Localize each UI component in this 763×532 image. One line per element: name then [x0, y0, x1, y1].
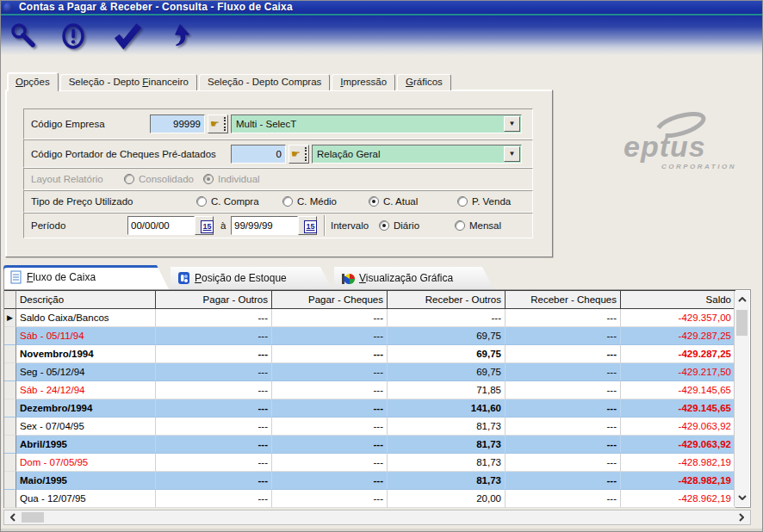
cell: 81,73 [388, 454, 506, 472]
cell: --- [272, 345, 388, 363]
tab-label: Posição de Estoque [195, 272, 287, 284]
column-header-receber-cheques: Receber - Cheques [506, 290, 621, 309]
cell: -428.962,19 [621, 490, 735, 508]
radio-c-compra[interactable]: C. Compra [196, 196, 259, 207]
hand-picker-icon: ☛ [210, 118, 220, 130]
empresa-label: Código Empresa [31, 119, 105, 129]
horizontal-scrollbar[interactable] [3, 510, 751, 525]
cell: --- [506, 363, 621, 381]
vertical-scroll-thumb[interactable] [736, 310, 747, 336]
column-header-receber-outros: Receber - Outros [388, 290, 506, 309]
radio-circle-icon[interactable] [455, 220, 465, 231]
toolbar [0, 15, 763, 55]
empresa-lookup-button[interactable]: ☛ [208, 114, 228, 133]
table-row[interactable]: Sex - 07/04/95------81,73----429.063,92 [4, 418, 750, 436]
radio-diario[interactable]: Diário [379, 220, 419, 231]
grid-body: ▶Saldo Caixa/Bancos-------------429.357,… [4, 309, 750, 508]
scroll-left-icon[interactable] [6, 510, 20, 524]
periodo-from-input[interactable] [127, 216, 195, 235]
table-row[interactable]: Novembro/1994------69,75----429.287,25 [4, 345, 750, 363]
column-header-pagar-cheques: Pagar - Cheques [272, 290, 388, 309]
cell: --- [272, 454, 388, 472]
cell: --- [272, 472, 388, 490]
cell: -428.982,19 [621, 454, 735, 472]
column-header-pagar-outros: Pagar - Outros [156, 290, 272, 309]
radio-c-atual[interactable]: C. Atual [369, 196, 418, 207]
table-row[interactable]: Dom - 07/05/95------81,73----428.982,19 [4, 454, 750, 472]
radio-circle-icon[interactable] [282, 196, 293, 207]
search-button[interactable] [3, 18, 43, 54]
confirm-button[interactable] [109, 18, 148, 54]
table-row[interactable]: Abril/1995------81,73----429.063,92 [4, 436, 750, 454]
horizontal-scroll-thumb[interactable] [22, 512, 44, 523]
cell: Sáb - 24/12/94 [16, 381, 156, 399]
table-row[interactable]: Sáb - 24/12/94------71,85----429.145,65 [4, 381, 750, 399]
table-row[interactable]: Sáb - 05/11/94------69,75----429.287,25 [4, 327, 750, 345]
periodo-to-input[interactable] [231, 216, 298, 235]
cell: 81,73 [388, 472, 506, 490]
cell: --- [506, 345, 621, 363]
tab-posicao-de-estoque[interactable]: Posição de Estoque [171, 267, 332, 289]
empresa-code-input[interactable] [150, 114, 205, 133]
periodo-label: Período [31, 220, 65, 231]
chevron-down-icon[interactable]: ▼ [504, 116, 520, 132]
cell: -429.357,00 [621, 309, 735, 327]
chevron-down-icon[interactable]: ▼ [504, 146, 520, 162]
radio-p-venda[interactable]: P. Venda [457, 196, 511, 207]
cell: --- [506, 454, 621, 472]
portador-row: Código Portador de Cheques Pré-datados ☛… [23, 139, 533, 168]
cell: --- [156, 418, 272, 436]
portador-lookup-button[interactable]: ☛ [288, 145, 309, 164]
radio-label: C. Médio [297, 196, 337, 207]
layout-relatorio-label: Layout Relatório [31, 174, 103, 184]
calendar-icon: 15 [304, 220, 317, 233]
cell: -429.287,25 [621, 345, 735, 363]
radio-label: Diário [394, 220, 419, 231]
radio-circle-icon[interactable] [457, 196, 468, 207]
table-row[interactable]: ▶Saldo Caixa/Bancos-------------429.357,… [4, 309, 750, 327]
tab-fluxo-de-caixa[interactable]: Fluxo de Caixa [3, 265, 169, 289]
portador-combo[interactable]: Relação Geral ▼ [312, 145, 522, 164]
vertical-scrollbar[interactable] [734, 291, 749, 506]
radio-c-medio[interactable]: C. Médio [282, 196, 337, 207]
tab-graficos[interactable]: Gráficos [397, 74, 451, 90]
cell: --- [506, 472, 621, 490]
tab-selecao-depto-compras[interactable]: Seleção - Depto Compras [199, 74, 330, 90]
table-row[interactable]: Dezembro/1994------141,60----429.145,65 [4, 399, 750, 418]
scroll-down-icon[interactable] [735, 491, 749, 504]
stock-box-icon [177, 271, 190, 285]
layout-relatorio-row: Layout Relatório ConsolidadoIndividual [23, 168, 533, 190]
tab-visualizacao-grafica[interactable]: Visualização Gráfica [334, 267, 494, 289]
table-row[interactable]: Seg - 05/12/94------69,75----429.217,50 [4, 363, 750, 381]
radio-mensal[interactable]: Mensal [455, 220, 501, 231]
tab-impressao[interactable]: Impressão [332, 74, 395, 90]
radio-circle-icon[interactable] [369, 196, 379, 207]
periodo-to-calendar-button[interactable]: 15 [298, 216, 317, 235]
cell: --- [506, 418, 621, 436]
radio-circle-icon[interactable] [379, 220, 389, 231]
exit-up-arrow-icon [167, 22, 196, 51]
table-row[interactable]: Qua - 12/07/95------20,00----428.962,19 [4, 490, 750, 508]
info-button[interactable] [53, 18, 93, 54]
logo-subtext: CORPORATION [661, 163, 736, 170]
calendar-icon: 15 [201, 220, 214, 233]
exit-button[interactable] [162, 18, 202, 54]
row-indicator-cell [4, 345, 16, 363]
portador-code-input[interactable] [231, 145, 286, 164]
tab-opcoes[interactable]: Opções [7, 72, 59, 91]
table-row[interactable]: Maio/1995------81,73----428.982,19 [4, 472, 750, 490]
tab-selecao-depto-financeiro[interactable]: Seleção - Depto Financeiro [60, 74, 197, 90]
cell: --- [156, 327, 272, 345]
scroll-up-icon[interactable] [735, 293, 749, 306]
cell: Qua - 12/07/95 [16, 490, 156, 508]
cell: Novembro/1994 [16, 345, 156, 363]
app-icon [3, 2, 13, 12]
empresa-combo[interactable]: Multi - SelecT ▼ [231, 114, 522, 133]
cell: --- [272, 363, 388, 381]
cell: -429.145,65 [621, 399, 735, 418]
column-header-saldo: Saldo [621, 290, 735, 309]
radio-circle-icon[interactable] [196, 196, 207, 207]
scroll-right-icon[interactable] [735, 510, 748, 524]
cell: --- [272, 418, 388, 436]
periodo-from-calendar-button[interactable]: 15 [195, 216, 214, 235]
